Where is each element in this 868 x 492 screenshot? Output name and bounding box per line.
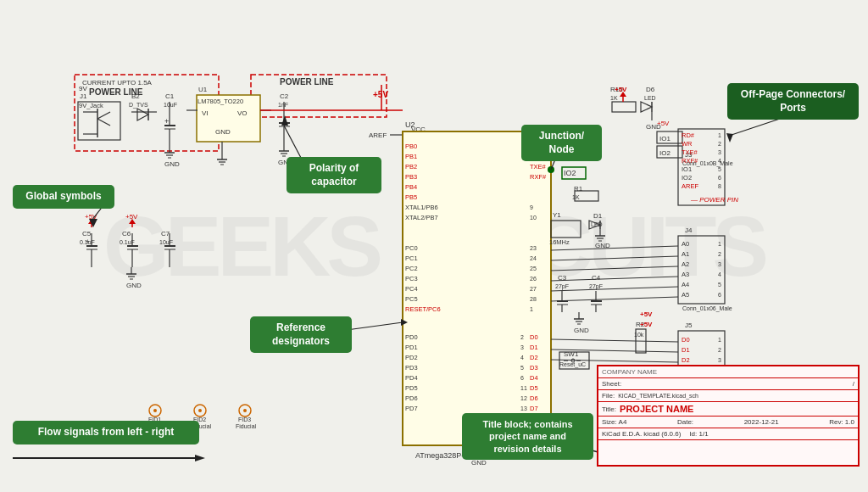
svg-text:3: 3 <box>718 357 721 363</box>
svg-text:1K: 1K <box>610 95 618 101</box>
svg-text:PB0: PB0 <box>405 143 417 150</box>
svg-point-278 <box>198 409 202 412</box>
svg-text:5: 5 <box>718 282 721 288</box>
svg-line-270 <box>551 277 678 281</box>
svg-text:PC1: PC1 <box>405 254 418 262</box>
svg-text:XTAL2/PB7: XTAL2/PB7 <box>405 214 438 221</box>
svg-marker-286 <box>195 455 205 461</box>
svg-text:1: 1 <box>530 306 533 312</box>
svg-text:6: 6 <box>718 175 721 181</box>
svg-text:16MHz: 16MHz <box>549 238 570 246</box>
svg-text:C7: C7 <box>161 230 170 238</box>
svg-text:PC4: PC4 <box>405 285 418 293</box>
svg-text:D1: D1 <box>530 344 538 351</box>
svg-line-13 <box>97 119 110 126</box>
svg-text:PC0: PC0 <box>405 244 418 252</box>
svg-text:D2: D2 <box>530 354 538 361</box>
svg-text:4: 4 <box>718 158 721 164</box>
svg-text:25: 25 <box>530 266 537 271</box>
svg-text:J5: J5 <box>685 321 693 329</box>
svg-text:A0: A0 <box>682 240 689 248</box>
svg-text:1K: 1K <box>572 194 580 200</box>
annotation-polarity-capacitor: Polarity of capacitor <box>287 157 381 193</box>
svg-text:Y1: Y1 <box>553 211 561 219</box>
svg-text:RXF#: RXF# <box>530 173 547 181</box>
svg-text:PD1: PD1 <box>405 344 418 351</box>
svg-text:A2: A2 <box>682 260 689 268</box>
annotation-junction-node: Junction/ Node <box>521 125 602 161</box>
svg-text:PB4: PB4 <box>405 183 417 191</box>
svg-text:VO: VO <box>237 109 248 117</box>
svg-line-264 <box>551 339 678 342</box>
svg-text:D0: D0 <box>682 336 690 344</box>
svg-text:26: 26 <box>530 276 537 282</box>
svg-text:PD7: PD7 <box>405 405 418 412</box>
svg-text:GND: GND <box>215 128 231 136</box>
annotation-off-page-connectors: Off-Page Connectors/ Ports <box>727 83 859 120</box>
svg-text:PD6: PD6 <box>405 394 418 402</box>
svg-text:RXF#: RXF# <box>682 157 698 165</box>
title-block: COMPANY NAME Sheet: / File: KICAD_TEMPLA… <box>597 365 860 467</box>
svg-text:A1: A1 <box>682 250 689 258</box>
svg-text:WR: WR <box>682 140 693 148</box>
svg-text:PD0: PD0 <box>405 333 418 341</box>
svg-text:IO1: IO1 <box>682 165 692 173</box>
svg-text:12: 12 <box>520 395 527 401</box>
annotation-title-block: Title block; contains project name and r… <box>462 413 593 460</box>
svg-text:IO2: IO2 <box>682 174 692 182</box>
kicad-label: KiCad E.D.A. kicad (6.0.6) <box>602 430 681 438</box>
svg-text:2: 2 <box>718 141 721 147</box>
svg-text:4: 4 <box>718 271 721 277</box>
svg-text:A3: A3 <box>682 271 689 278</box>
file-value: KICAD_TEMPLATE.kicad_sch <box>618 393 698 399</box>
sheet-label: Sheet: <box>602 380 621 388</box>
svg-text:9V: 9V <box>79 85 87 92</box>
svg-marker-17 <box>137 109 148 120</box>
annotation-reference-designators: Reference designators <box>250 316 352 353</box>
svg-text:B2: B2 <box>131 92 140 100</box>
svg-text:PB3: PB3 <box>405 173 417 181</box>
svg-text:LM7805_TO220: LM7805_TO220 <box>198 98 243 105</box>
svg-text:A5: A5 <box>682 291 689 299</box>
svg-line-268 <box>551 256 678 260</box>
svg-text:D1: D1 <box>682 346 690 354</box>
svg-text:RD#: RD# <box>682 131 695 139</box>
svg-text:J4: J4 <box>685 226 693 234</box>
svg-marker-144 <box>641 102 652 112</box>
svg-text:IO2: IO2 <box>564 169 576 177</box>
svg-text:U2: U2 <box>405 120 415 129</box>
svg-text:C6: C6 <box>122 230 131 238</box>
svg-text:+: + <box>86 238 90 246</box>
svg-text:LED: LED <box>644 95 656 101</box>
svg-text:AREF: AREF <box>682 182 698 190</box>
svg-text:11: 11 <box>520 385 527 391</box>
svg-text:9: 9 <box>530 204 533 210</box>
svg-text:+5V: +5V <box>125 213 138 221</box>
svg-text:D1: D1 <box>593 212 603 220</box>
svg-text:+5V: +5V <box>615 86 627 93</box>
svg-text:PC5: PC5 <box>405 295 418 303</box>
svg-rect-136 <box>551 221 581 238</box>
svg-text:4: 4 <box>520 355 524 361</box>
svg-text:D_TVS: D_TVS <box>129 102 148 109</box>
svg-text:Fiducial: Fiducial <box>236 423 257 429</box>
svg-text:GND: GND <box>164 160 180 168</box>
svg-point-282 <box>243 409 247 412</box>
svg-text:GND: GND <box>126 282 142 289</box>
svg-text:IO2: IO2 <box>659 149 670 157</box>
svg-text:5: 5 <box>718 166 721 172</box>
title-value: PROJECT NAME <box>620 404 693 414</box>
svg-text:2: 2 <box>520 334 524 340</box>
svg-text:IO1: IO1 <box>659 135 670 143</box>
id-label: Id: 1/1 <box>689 430 708 438</box>
company-label: COMPANY NAME <box>602 368 657 376</box>
title-label: Title: <box>602 405 616 413</box>
svg-text:C4: C4 <box>592 274 601 282</box>
svg-line-271 <box>551 287 678 291</box>
svg-text:10: 10 <box>530 215 537 221</box>
svg-text:+: + <box>164 117 169 126</box>
svg-text:D6: D6 <box>646 86 655 93</box>
svg-text:XTAL1/PB6: XTAL1/PB6 <box>405 204 438 211</box>
svg-text:10uF: 10uF <box>164 102 177 108</box>
rev-label: Rev: 1.0 <box>829 418 854 426</box>
